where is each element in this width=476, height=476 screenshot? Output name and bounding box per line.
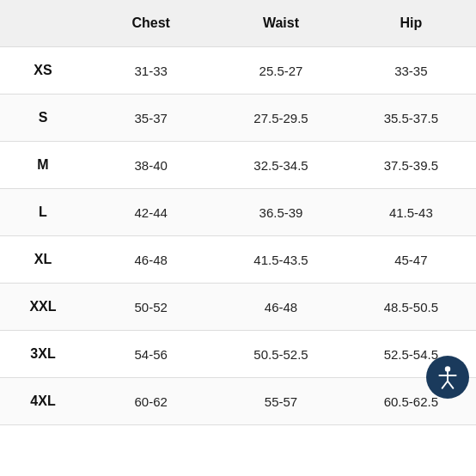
cell-size: L (0, 189, 86, 236)
header-waist: Waist (216, 0, 345, 47)
table-row: S35-3727.5-29.535.5-37.5 (0, 95, 476, 142)
size-chart-table: Chest Waist Hip XS31-3325.5-2733-35S35-3… (0, 0, 476, 425)
cell-chest: 54-56 (86, 331, 216, 378)
table-row: XS31-3325.5-2733-35 (0, 47, 476, 95)
table-row: L42-4436.5-3941.5-43 (0, 189, 476, 236)
cell-waist: 36.5-39 (216, 189, 345, 236)
cell-waist: 32.5-34.5 (216, 142, 345, 189)
cell-waist: 41.5-43.5 (216, 236, 345, 284)
cell-waist: 55-57 (216, 378, 345, 425)
cell-size: 3XL (0, 331, 86, 378)
svg-line-3 (442, 381, 448, 388)
svg-line-4 (448, 381, 453, 388)
cell-waist: 25.5-27 (216, 47, 345, 95)
cell-hip: 45-47 (346, 236, 476, 284)
table-row: 4XL60-6255-5760.5-62.5 (0, 378, 476, 425)
table-row: M38-4032.5-34.537.5-39.5 (0, 142, 476, 189)
cell-chest: 50-52 (86, 284, 216, 331)
cell-size: M (0, 142, 86, 189)
table-row: XXL50-5246-4848.5-50.5 (0, 284, 476, 331)
cell-size: 4XL (0, 378, 86, 425)
table-row: 3XL54-5650.5-52.552.5-54.5 (0, 331, 476, 378)
table-row: XL46-4841.5-43.545-47 (0, 236, 476, 284)
header-chest: Chest (86, 0, 216, 47)
accessibility-button[interactable] (426, 356, 469, 399)
accessibility-icon (434, 363, 461, 391)
cell-size: XS (0, 47, 86, 95)
cell-waist: 50.5-52.5 (216, 331, 345, 378)
size-chart-container: Chest Waist Hip XS31-3325.5-2733-35S35-3… (0, 0, 476, 476)
header-size (0, 0, 86, 47)
cell-size: S (0, 95, 86, 142)
cell-chest: 38-40 (86, 142, 216, 189)
cell-hip: 35.5-37.5 (346, 95, 476, 142)
cell-chest: 46-48 (86, 236, 216, 284)
cell-chest: 35-37 (86, 95, 216, 142)
cell-chest: 31-33 (86, 47, 216, 95)
cell-hip: 37.5-39.5 (346, 142, 476, 189)
cell-size: XXL (0, 284, 86, 331)
cell-size: XL (0, 236, 86, 284)
cell-waist: 46-48 (216, 284, 345, 331)
header-hip: Hip (346, 0, 476, 47)
cell-chest: 60-62 (86, 378, 216, 425)
cell-hip: 48.5-50.5 (346, 284, 476, 331)
cell-chest: 42-44 (86, 189, 216, 236)
cell-hip: 33-35 (346, 47, 476, 95)
cell-waist: 27.5-29.5 (216, 95, 345, 142)
cell-hip: 41.5-43 (346, 189, 476, 236)
